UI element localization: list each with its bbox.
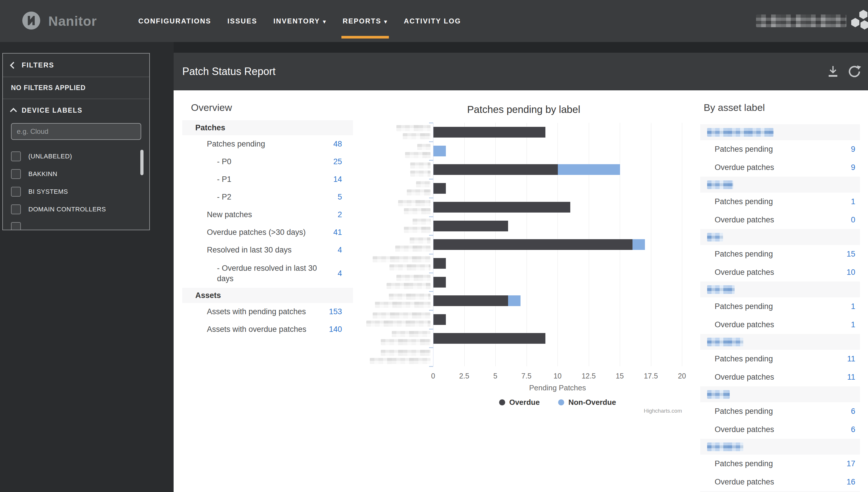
- legend-item-overdue[interactable]: Overdue: [499, 398, 540, 407]
- bar-segment-overdue[interactable]: [433, 127, 545, 138]
- bar-segment-non-overdue[interactable]: [433, 146, 446, 156]
- asset-row-label: Overdue patches: [700, 320, 774, 329]
- asset-label-section-header: [700, 334, 860, 350]
- device-label-item: BAKKINN: [3, 165, 149, 183]
- stacked-bar[interactable]: [433, 183, 446, 194]
- stacked-bar[interactable]: [433, 314, 446, 325]
- stacked-bar[interactable]: [433, 258, 446, 269]
- checkbox[interactable]: [11, 169, 21, 179]
- stacked-bar[interactable]: [433, 164, 620, 175]
- overview-section-header: Patches: [182, 120, 353, 135]
- nav-item-label: CONFIGURATIONS: [138, 17, 211, 25]
- asset-label-section-header: [700, 229, 860, 245]
- bar-segment-non-overdue[interactable]: [632, 239, 645, 250]
- checkbox[interactable]: [11, 187, 21, 197]
- stacked-bar[interactable]: [433, 277, 446, 288]
- highcharts-credit[interactable]: Highcharts.com: [433, 408, 682, 414]
- legend-item-non-overdue[interactable]: Non-Overdue: [558, 398, 616, 407]
- chart-bar-row: [433, 160, 682, 179]
- redacted-text-block: [396, 125, 430, 131]
- asset-row-label: Patches pending: [700, 354, 773, 364]
- overview-row-label: Overdue patches (>30 days): [182, 227, 306, 238]
- redacted-text-block: [373, 256, 430, 262]
- nav-item-inventory[interactable]: INVENTORY▾: [265, 0, 335, 42]
- report-content: Overview PatchesPatches pending48- P025-…: [174, 90, 868, 492]
- nav-item-configurations[interactable]: CONFIGURATIONS: [130, 0, 219, 42]
- chart-category-label-redacted: [356, 254, 430, 273]
- stacked-bar[interactable]: [433, 127, 545, 138]
- bar-segment-overdue[interactable]: [433, 314, 446, 325]
- chart-plot-area: [433, 123, 682, 366]
- bar-segment-overdue[interactable]: [433, 164, 558, 175]
- stacked-bar[interactable]: [433, 333, 545, 344]
- asset-row-label: Patches pending: [700, 250, 773, 259]
- bar-segment-overdue[interactable]: [433, 183, 446, 194]
- category-tick: [429, 141, 433, 142]
- redacted-text-block: [404, 208, 430, 214]
- refresh-icon[interactable]: [847, 64, 862, 79]
- bar-segment-non-overdue[interactable]: [558, 164, 620, 175]
- x-tick-label: 0: [431, 372, 435, 380]
- bar-segment-overdue[interactable]: [433, 202, 570, 213]
- asset-row-value: 1: [851, 320, 860, 329]
- nav-item-reports[interactable]: REPORTS▾: [335, 0, 396, 42]
- stacked-bar[interactable]: [433, 146, 446, 156]
- bar-segment-overdue[interactable]: [433, 221, 508, 231]
- bar-segment-overdue[interactable]: [433, 295, 508, 306]
- nanitor-logo-icon: [22, 11, 41, 31]
- nav-item-label: INVENTORY: [273, 17, 320, 25]
- scrollbar-thumb[interactable]: [140, 150, 143, 175]
- overview-row-value: 14: [333, 175, 353, 184]
- category-tick: [429, 310, 433, 311]
- bar-segment-overdue[interactable]: [433, 258, 446, 269]
- device-label-search-input[interactable]: [11, 123, 141, 140]
- stacked-bar[interactable]: [433, 239, 645, 250]
- chart-category-label-redacted: [356, 347, 430, 366]
- legend-marker-icon: [558, 399, 564, 405]
- chart-bar-row: [433, 123, 682, 142]
- chart-bar-row: [433, 329, 682, 348]
- x-tick-label: 5: [493, 372, 497, 380]
- stacked-bar[interactable]: [433, 295, 521, 306]
- chart-bar-row: [433, 310, 682, 329]
- nav-item-activity-log[interactable]: ACTIVITY LOG: [396, 0, 469, 42]
- nav-item-label: ISSUES: [228, 17, 257, 25]
- stacked-bar[interactable]: [433, 221, 508, 231]
- chevron-up-icon: [10, 108, 17, 115]
- redacted-text-block: [390, 264, 430, 270]
- checkbox[interactable]: [11, 204, 21, 214]
- redacted-text-block: [410, 238, 430, 244]
- filter-panel: FILTERS NO FILTERS APPLIED DEVICE LABELS…: [2, 53, 150, 230]
- asset-label-row: Patches pending17: [700, 454, 860, 473]
- overview-row-value: 41: [333, 228, 353, 237]
- redacted-text-block: [410, 171, 430, 177]
- bar-segment-overdue[interactable]: [433, 333, 545, 344]
- asset-row-value: 17: [847, 459, 860, 468]
- nav-item-issues[interactable]: ISSUES: [219, 0, 265, 42]
- filters-header[interactable]: FILTERS: [3, 54, 149, 77]
- chevron-down-icon: ▾: [323, 18, 326, 25]
- checkbox[interactable]: [11, 151, 21, 161]
- asset-label-section-header: [700, 386, 860, 402]
- category-tick: [429, 254, 433, 254]
- bar-segment-overdue[interactable]: [433, 239, 632, 250]
- asset-label-section-header: [700, 177, 860, 193]
- apps-hexagon-icon[interactable]: [849, 9, 868, 34]
- asset-row-label: Overdue patches: [700, 373, 774, 382]
- overview-row-value: 2: [338, 210, 353, 219]
- device-labels-header[interactable]: DEVICE LABELS: [3, 99, 149, 122]
- asset-row-label: Overdue patches: [700, 477, 774, 487]
- asset-row-value: 16: [847, 477, 860, 487]
- user-menu-redacted[interactable]: [756, 15, 846, 27]
- bar-segment-overdue[interactable]: [433, 277, 446, 288]
- checkbox[interactable]: [11, 222, 21, 230]
- overview-row: - Overdue resolved in last 30 days4: [182, 259, 353, 288]
- download-icon[interactable]: [826, 64, 840, 79]
- chart-title: Patches pending by label: [436, 104, 612, 115]
- nav-items: CONFIGURATIONSISSUESINVENTORY▾REPORTS▾AC…: [130, 0, 469, 42]
- bar-segment-non-overdue[interactable]: [508, 295, 521, 306]
- x-tick-label: 15: [616, 372, 624, 380]
- stacked-bar[interactable]: [433, 202, 570, 213]
- brand[interactable]: Nanitor: [0, 0, 97, 42]
- asset-row-value: 1: [851, 302, 860, 311]
